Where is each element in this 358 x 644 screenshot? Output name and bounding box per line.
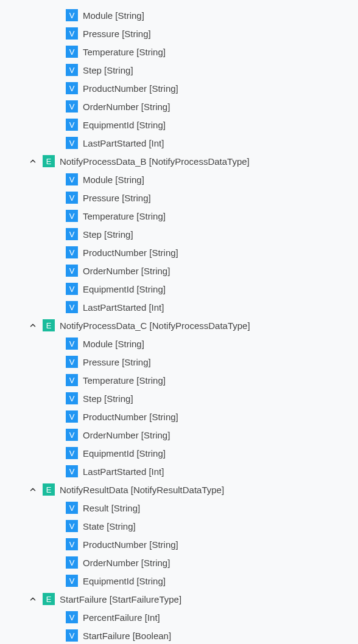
tree-leaf[interactable]: VOrderNumber [String] — [0, 97, 358, 116]
tree-leaf-label: Step [String] — [83, 229, 133, 240]
variable-badge-icon: V — [66, 301, 78, 313]
element-badge-icon: E — [43, 483, 55, 496]
tree-leaf[interactable]: VEquipmentId [String] — [0, 444, 358, 462]
variable-badge-icon: V — [66, 46, 78, 58]
tree-leaf-label: Temperature [String] — [83, 211, 166, 221]
tree-leaf-label: Pressure [String] — [83, 193, 151, 203]
variable-badge-icon: V — [66, 556, 78, 569]
chevron-up-icon[interactable] — [28, 485, 38, 494]
tree-leaf[interactable]: VEquipmentId [String] — [0, 572, 358, 590]
tree-leaf-label: Step [String] — [83, 393, 133, 404]
tree-leaf[interactable]: VTemperature [String] — [0, 207, 358, 225]
tree-leaf-label: LastPartStarted [Int] — [83, 302, 164, 313]
tree-leaf-label: Pressure [String] — [83, 29, 151, 39]
variable-badge-icon: V — [66, 611, 78, 623]
tree-parent[interactable]: EStartFailure [StartFailureType] — [0, 590, 358, 608]
element-badge-icon: E — [43, 155, 55, 167]
tree-leaf[interactable]: VModule [String] — [0, 334, 358, 353]
variable-badge-icon: V — [66, 192, 78, 204]
variable-badge-icon: V — [66, 356, 78, 368]
variable-badge-icon: V — [66, 465, 78, 477]
tree-leaf-label: ProductNumber [String] — [83, 412, 178, 422]
tree-leaf[interactable]: VTemperature [String] — [0, 43, 358, 61]
variable-badge-icon: V — [66, 173, 78, 185]
tree-leaf-label: Step [String] — [83, 65, 133, 75]
tree-leaf-label: OrderNumber [String] — [83, 430, 170, 440]
tree-leaf[interactable]: VLastPartStarted [Int] — [0, 298, 358, 316]
tree-leaf[interactable]: VEquipmentId [String] — [0, 280, 358, 298]
tree-leaf-label: Module [String] — [83, 10, 144, 21]
variable-badge-icon: V — [66, 137, 78, 149]
tree-leaf[interactable]: VStep [String] — [0, 389, 358, 407]
tree-parent-label: NotifyProcessData_C [NotifyProcessDataTy… — [60, 320, 250, 331]
variable-badge-icon: V — [66, 82, 78, 94]
variable-badge-icon: V — [66, 447, 78, 459]
tree-leaf[interactable]: VProductNumber [String] — [0, 407, 358, 426]
chevron-up-icon[interactable] — [28, 320, 38, 330]
tree-leaf-label: StartFailure [Boolean] — [83, 631, 171, 641]
variable-badge-icon: V — [66, 27, 78, 40]
tree-leaf-label: OrderNumber [String] — [83, 266, 170, 276]
chevron-up-icon[interactable] — [28, 594, 38, 604]
tree-leaf[interactable]: VPressure [String] — [0, 24, 358, 43]
tree-leaf[interactable]: VStartFailure [Boolean] — [0, 626, 358, 644]
tree-leaf-label: OrderNumber [String] — [83, 558, 170, 568]
tree-parent[interactable]: ENotifyProcessData_B [NotifyProcessDataT… — [0, 152, 358, 170]
tree-leaf[interactable]: VModule [String] — [0, 6, 358, 24]
tree-leaf[interactable]: VOrderNumber [String] — [0, 426, 358, 444]
tree-leaf[interactable]: VState [String] — [0, 517, 358, 535]
tree-leaf[interactable]: VPercentFailure [Int] — [0, 608, 358, 626]
tree-leaf[interactable]: VProductNumber [String] — [0, 535, 358, 553]
variable-badge-icon: V — [66, 410, 78, 423]
tree-leaf[interactable]: VModule [String] — [0, 170, 358, 189]
variable-badge-icon: V — [66, 210, 78, 222]
tree-leaf[interactable]: VTemperature [String] — [0, 371, 358, 389]
variable-badge-icon: V — [66, 374, 78, 386]
tree-leaf-label: LastPartStarted [Int] — [83, 466, 164, 477]
variable-badge-icon: V — [66, 64, 78, 76]
tree-leaf[interactable]: VStep [String] — [0, 225, 358, 243]
element-badge-icon: E — [43, 319, 55, 331]
tree-parent-label: NotifyProcessData_B [NotifyProcessDataTy… — [60, 156, 250, 167]
variable-badge-icon: V — [66, 502, 78, 514]
tree-leaf-label: LastPartStarted [Int] — [83, 138, 164, 148]
tree-leaf[interactable]: VOrderNumber [String] — [0, 261, 358, 280]
variable-badge-icon: V — [66, 265, 78, 277]
tree-leaf-label: Temperature [String] — [83, 375, 166, 386]
tree-leaf-label: OrderNumber [String] — [83, 102, 170, 112]
variable-badge-icon: V — [66, 392, 78, 404]
tree-leaf[interactable]: VStep [String] — [0, 61, 358, 79]
tree-leaf[interactable]: VLastPartStarted [Int] — [0, 134, 358, 152]
tree-parent-label: NotifyResultData [NotifyResultDataType] — [60, 485, 224, 495]
variable-badge-icon: V — [66, 9, 78, 21]
tree-leaf-label: Result [String] — [83, 503, 140, 513]
tree-parent-label: StartFailure [StartFailureType] — [60, 594, 181, 604]
chevron-up-icon[interactable] — [28, 156, 38, 166]
element-badge-icon: E — [43, 593, 55, 605]
tree-leaf[interactable]: VEquipmentId [String] — [0, 116, 358, 134]
tree-leaf-label: EquipmentId [String] — [83, 120, 166, 130]
tree-leaf-label: EquipmentId [String] — [83, 284, 166, 294]
variable-badge-icon: V — [66, 246, 78, 258]
variable-badge-icon: V — [66, 228, 78, 240]
tree-leaf[interactable]: VProductNumber [String] — [0, 243, 358, 261]
tree-leaf-label: EquipmentId [String] — [83, 576, 166, 586]
tree-leaf[interactable]: VOrderNumber [String] — [0, 553, 358, 572]
tree-parent[interactable]: ENotifyProcessData_C [NotifyProcessDataT… — [0, 316, 358, 334]
variable-badge-icon: V — [66, 100, 78, 113]
variable-badge-icon: V — [66, 338, 78, 350]
variable-badge-icon: V — [66, 283, 78, 295]
tree-leaf-label: Temperature [String] — [83, 47, 166, 57]
tree-leaf[interactable]: VProductNumber [String] — [0, 79, 358, 97]
variable-badge-icon: V — [66, 520, 78, 532]
tree-leaf-label: PercentFailure [Int] — [83, 612, 160, 623]
variable-badge-icon: V — [66, 429, 78, 441]
tree-leaf[interactable]: VResult [String] — [0, 499, 358, 517]
tree-leaf[interactable]: VLastPartStarted [Int] — [0, 462, 358, 480]
variable-badge-icon: V — [66, 119, 78, 131]
tree-leaf[interactable]: VPressure [String] — [0, 353, 358, 371]
variable-badge-icon: V — [66, 629, 78, 642]
tree-parent[interactable]: ENotifyResultData [NotifyResultDataType] — [0, 480, 358, 499]
tree-leaf[interactable]: VPressure [String] — [0, 189, 358, 207]
tree-leaf-label: ProductNumber [String] — [83, 83, 178, 94]
